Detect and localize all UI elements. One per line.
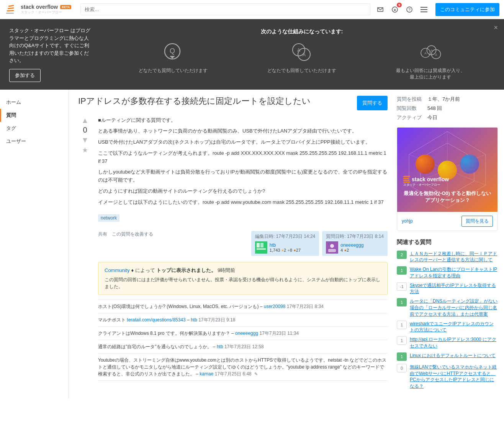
related-link-4[interactable]: wiresharkでユニークIPアドレスのカウントの方法について (410, 321, 498, 334)
svg-rect-31 (328, 249, 336, 252)
svg-text:★: ★ (393, 8, 396, 12)
search-input[interactable] (80, 3, 370, 15)
ad-question-text: 最適化を無効化(-O0) すると動作しないアプリケーション？ (403, 190, 491, 204)
comment-3: 通常の経路は"自宅のルータ"を通らないのでしょうか。 – htb 17年7月23… (98, 340, 388, 354)
step-vote-label: 最もよい回答には賛成票が入り、最上位に上がります (396, 67, 465, 80)
logo-main: stack overflow (21, 4, 58, 10)
comment-4-edit-icon[interactable]: ✎ (254, 372, 258, 376)
ad-box: stack overflow スタック・オーバーフロー 最適化を無効化(-O0)… (397, 127, 498, 231)
meta-views-label: 閲覧回数 (397, 105, 427, 112)
related-link-1[interactable]: Wake On Lanの引数にブロードキャストIPアドレスを指定する理由 (410, 266, 498, 279)
community-link[interactable]: Community (105, 267, 130, 273)
question-body: ■ルーティングに関する質問です。 とある事情があり、ネットワークに負荷のかかる動… (98, 116, 388, 381)
header-icons: ★ 9 ? このコミュニティに参加 (375, 3, 499, 16)
question-footer: 共有 この質問を改善する 編集日時: 17年7月23日 14:24 (98, 228, 388, 256)
inbox-button[interactable] (375, 4, 386, 15)
join-community-button[interactable]: このコミュニティに参加 (435, 3, 499, 16)
comment-4-date: 17年7月25日 6:48 (215, 371, 252, 377)
sidebar-item-tags[interactable]: タグ (0, 122, 69, 135)
site-logo-icon[interactable] (5, 3, 18, 16)
comment-3-user[interactable]: htb (217, 344, 223, 349)
related-item-2: -1Skypeで通話相手のIPアドレスを取得する方法 (397, 282, 498, 295)
related-link-0[interactable]: ＬＡＮカード２枚差し時に、同一ＩＰアドレスのサーバーと通信する方法に関して (410, 251, 498, 264)
related-link-7[interactable]: 無線LANで繋いでいるスマホからネット経由でWebサーバにHTTPアクセスすると… (410, 364, 498, 390)
logo-text-group: stack overflow BETA スタック・オーバーフロー (21, 4, 71, 15)
meta-box: 質問を投稿 １年、7か月前 閲覧回数 548 回 アクティブ 今日 (397, 96, 498, 121)
so-bars-icon (403, 176, 410, 183)
inbox-icon (377, 6, 384, 13)
achievements-button[interactable]: ★ 9 (389, 4, 400, 15)
logo-area: stack overflow BETA スタック・オーバーフロー (5, 3, 71, 16)
q-para-0: ■ルーティングに関する質問です。 (98, 116, 388, 125)
edited-username[interactable]: htb (270, 242, 301, 248)
comment-2-user[interactable]: oneeeeggg (235, 331, 258, 336)
related-score-badge-5: 1 (397, 336, 407, 345)
related-item-7: 0無線LANで繋いでいるスマホからネット経由でWebサーバにHTTPアクセスする… (397, 364, 498, 390)
related-link-3[interactable]: ルータに「DNSルーティング設定」がない場合の「ローカルサーバに内外から同じ名前… (410, 298, 498, 317)
banner-description: スタック・オーバーフロー はプログラマーとプログラミングに熱心な人向けのQ&Aサ… (9, 27, 93, 82)
sidebar-item-users[interactable]: ユーザー (0, 135, 69, 148)
help-button[interactable]: ? (404, 4, 415, 15)
so-bar-4 (403, 176, 410, 177)
asked-user-rep: 4 ●2 (340, 248, 363, 252)
upvote-button[interactable]: ▲ (81, 116, 89, 124)
svg-marker-14 (170, 56, 175, 59)
comments-section: ホスト(OS)環境は何でしょうか? (Windows, Linux, MacOS… (98, 300, 388, 381)
comment-4-user[interactable]: kamae (200, 371, 213, 377)
main-container: ホーム 質問 タグ ユーザー IPアドレスが多数存在する接続先に固定ルートを設定… (0, 90, 504, 399)
related-score-badge-2: -1 (397, 282, 407, 291)
edited-user-details: htb 1,743 ●2 ●8 ●27 (270, 242, 301, 252)
share-link[interactable]: 共有 (98, 231, 107, 238)
banner-step-vote: A A A 最もよい回答には賛成票が入り、最上位に上がります (396, 41, 465, 80)
question-title: IPアドレスが多数存在する接続先に固定ルートを設定したい (78, 96, 351, 107)
sidebar-item-questions[interactable]: 質問 (0, 109, 69, 122)
question-bubble-icon: Q (162, 41, 185, 64)
tag-network[interactable]: network (98, 214, 119, 222)
improve-link[interactable]: この質問を改善する (112, 231, 153, 238)
banner-steps: Q どなたでも質問していただけます A A どなたでも回答していただけます (109, 41, 495, 80)
meta-posted: 質問を投稿 １年、7か月前 (397, 96, 498, 103)
community-notice: Community ♦ によって トップに表示されました。 9時間前 この質問の… (98, 262, 388, 295)
comment-0-user[interactable]: user20098 (264, 304, 286, 309)
ad-username[interactable]: yohjp (402, 218, 413, 224)
related-link-2[interactable]: Skypeで通話相手のIPアドレスを取得する方法 (410, 282, 498, 295)
related-item-0: 2ＬＡＮカード２枚差し時に、同一ＩＰアドレスのサーバーと通信する方法に関して (397, 251, 498, 264)
comment-3-date: 17年7月23日 12:58 (224, 344, 264, 349)
ask-question-button[interactable]: 質問する (357, 96, 388, 110)
meta-views-value: 548 回 (427, 105, 442, 112)
notice-bold: トップに表示されました。 (156, 267, 216, 273)
banner-join-button[interactable]: 参加する (9, 69, 41, 82)
question-actions: 共有 この質問を改善する (98, 231, 153, 238)
asked-username[interactable]: oneeeeggg (340, 242, 363, 248)
tags-area: network (98, 211, 388, 222)
so-bar-3 (403, 178, 409, 179)
banner-close-button[interactable]: × (494, 24, 498, 32)
banner-step-answer: A A どなたでも回答していただけます (267, 41, 336, 80)
notice-time: 9時間前 (218, 267, 235, 273)
svg-point-30 (330, 244, 334, 248)
related-list: 2ＬＡＮカード２枚差し時に、同一ＩＰアドレスのサーバーと通信する方法に関して1W… (397, 251, 498, 390)
hamburger-button[interactable] (419, 4, 429, 15)
related-score-badge-0: 2 (397, 251, 407, 259)
step-ask-label: どなたでも質問していただけます (139, 67, 208, 74)
sidebar-item-home[interactable]: ホーム (0, 96, 69, 109)
ad-logo-sub: スタック・オーバーフロー (403, 183, 491, 187)
favorite-button[interactable]: ★ (82, 146, 88, 154)
hamburger-icon (421, 7, 427, 12)
right-sidebar: 質問を投稿 １年、7か月前 閲覧回数 548 回 アクティブ 今日 (397, 90, 504, 399)
asked-user-info: oneeeeggg 4 ●2 (326, 241, 384, 254)
meta-views: 閲覧回数 548 回 (397, 105, 498, 112)
notice-body: この質問の回答にはまだ評価が寄せられていません。投票・承認を受ける機会が得られる… (105, 276, 381, 290)
ad-logo: stack overflow スタック・オーバーフロー (403, 176, 491, 187)
comment-1-link[interactable]: teratail.com/questions/85343 (127, 317, 185, 323)
asked-user-details: oneeeeggg 4 ●2 (340, 242, 363, 252)
achievements-icon: ★ (391, 6, 398, 13)
comment-1-user[interactable]: htb (191, 317, 197, 323)
related-link-5[interactable]: http://api.ローカルIPアドレス:3000 にアクセスできない (410, 336, 498, 349)
comment-1-date: 17年7月23日 9:18 (198, 317, 235, 323)
related-link-6[interactable]: Linux におけるデフォルトルートについて (410, 352, 496, 359)
notice-by: によって (135, 267, 155, 273)
ad-view-button[interactable]: 質問を見る (461, 216, 493, 227)
downvote-button[interactable]: ▼ (81, 136, 89, 144)
related-item-1: 1Wake On Lanの引数にブロードキャストIPアドレスを指定する理由 (397, 266, 498, 279)
